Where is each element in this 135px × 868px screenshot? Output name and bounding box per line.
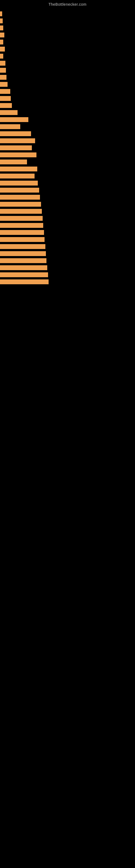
- bar-fill: Bottleneck result: [0, 209, 42, 214]
- bar-label: Bottleneck result: [0, 280, 23, 284]
- bar-fill: B: [0, 54, 3, 59]
- bar-label: Bottl: [0, 104, 7, 107]
- bar-label: Bo: [0, 62, 5, 65]
- bar-fill: Bottlenec: [0, 110, 17, 115]
- bar-fill: Bottl: [0, 103, 12, 108]
- bar-label: Bottleneck result: [0, 196, 23, 199]
- bar-fill: Bottleneck result: [0, 202, 41, 207]
- bar-row: Bottleneck: [0, 123, 135, 130]
- bar-row: Bottleneck result: [0, 187, 135, 194]
- bar-fill: Bottleneck result: [0, 279, 49, 284]
- bar-fill: Bottl: [0, 96, 11, 101]
- bar-fill: Bottleneck resu: [0, 131, 31, 136]
- bar-label: Bottleneck: [0, 125, 15, 129]
- bar-label: Bottleneck res: [0, 118, 20, 122]
- bar-row: Bot: [0, 81, 135, 88]
- bar-fill: Bo: [0, 68, 6, 73]
- bar-fill: Bottleneck result: [0, 251, 46, 256]
- bar-fill: Bottleneck result: [0, 195, 40, 199]
- bar-row: Bottleneck result: [0, 229, 135, 236]
- bar-label: Bottleneck result: [0, 203, 23, 206]
- bar-label: Bottleneck result: [0, 182, 23, 185]
- bar-row: Bottleneck result: [0, 236, 135, 243]
- bars-container: BBBoBBoBBoBoBoBotBottlBottlBottlBottlene…: [0, 8, 135, 285]
- bar-row: Bo: [0, 60, 135, 67]
- bar-row: Bottleneck resu: [0, 144, 135, 151]
- bar-fill: Bot: [0, 82, 8, 87]
- bar-label: Bo: [0, 69, 5, 72]
- bar-row: Bo: [0, 45, 135, 53]
- bar-fill: Bottleneck result: [0, 152, 37, 157]
- bar-fill: Bo: [0, 46, 5, 52]
- bar-label: B: [0, 55, 3, 58]
- bar-row: Bottleneck result: [0, 257, 135, 264]
- bar-row: Bottleneck result: [0, 201, 135, 208]
- bar-row: Bottleneck re: [0, 158, 135, 165]
- bar-row: Bottleneck result: [0, 215, 135, 222]
- bar-row: Bo: [0, 74, 135, 81]
- bar-fill: Bottleneck result: [0, 216, 43, 221]
- bar-row: Bottleneck result: [0, 222, 135, 229]
- bar-fill: Bottleneck result: [0, 272, 48, 277]
- bar-label: Bottleneck result: [0, 231, 23, 235]
- bar-fill: Bottleneck result: [0, 230, 44, 235]
- bar-row: Bottleneck result: [0, 165, 135, 173]
- bar-fill: Bo: [0, 61, 5, 66]
- bar-label: B: [0, 41, 3, 44]
- bar-row: B: [0, 38, 135, 45]
- bar-row: Bottleneck result: [0, 278, 135, 285]
- bar-label: Bo: [0, 34, 5, 37]
- bar-row: Bottleneck res: [0, 116, 135, 123]
- bar-row: B: [0, 18, 135, 24]
- bar-label: Bottleneck result: [0, 267, 23, 270]
- bar-row: Bottleneck result: [0, 208, 135, 215]
- bar-row: B: [0, 53, 135, 60]
- bar-row: Bottlenec: [0, 109, 135, 116]
- bar-row: Bo: [0, 31, 135, 38]
- bar-row: Bo: [0, 67, 135, 74]
- bar-label: Bottleneck result: [0, 189, 23, 192]
- bar-fill: Bo: [0, 75, 6, 80]
- bar-label: Bottl: [0, 90, 7, 93]
- bar-row: Bottl: [0, 102, 135, 109]
- bar-label: Bot: [0, 83, 6, 86]
- bar-label: Bo: [0, 48, 5, 51]
- bar-fill: Bottleneck result: [0, 244, 45, 249]
- bar-label: Bottleneck result: [0, 273, 23, 277]
- bar-row: Bottleneck result: [0, 151, 135, 158]
- bar-fill: Bottleneck result: [0, 188, 39, 193]
- bar-label: B: [0, 20, 3, 23]
- bar-fill: Bottleneck re: [0, 159, 27, 164]
- bar-label: Bottleneck resu: [0, 147, 21, 150]
- bar-fill: B: [0, 40, 3, 44]
- bar-fill: Bottleneck result: [0, 138, 35, 143]
- bar-fill: Bottleneck res: [0, 117, 28, 122]
- site-title: TheBottlenecker.com: [0, 0, 135, 8]
- bar-fill: Bottleneck result: [0, 166, 37, 172]
- bar-label: Bottlenec: [0, 111, 13, 115]
- bar-label: Bottleneck result: [0, 140, 23, 143]
- bar-row: B: [0, 24, 135, 31]
- bar-label: Bottleneck result: [0, 167, 23, 171]
- bar-fill: Bottl: [0, 89, 10, 94]
- bar-label: Bottleneck result: [0, 252, 23, 255]
- bar-label: Bottleneck result: [0, 217, 23, 220]
- bar-label: Bo: [0, 76, 5, 79]
- bar-row: Bottleneck result: [0, 250, 135, 257]
- bar-fill: Bottleneck result: [0, 237, 45, 242]
- bar-row: Bottleneck result: [0, 137, 135, 144]
- bar-row: Bottl: [0, 88, 135, 95]
- bar-label: Bottleneck result: [0, 224, 23, 227]
- bar-label: Bottleneck result: [0, 154, 23, 157]
- bar-row: [0, 10, 135, 18]
- bar-label: Bottleneck result: [0, 238, 23, 241]
- bar-label: Bottleneck result: [0, 259, 23, 262]
- bar-row: Bottl: [0, 95, 135, 102]
- bar-label: B: [0, 27, 3, 30]
- bar-fill: Bottleneck: [0, 124, 20, 129]
- bar-row: Bottleneck resul: [0, 173, 135, 180]
- bar-label: Bottleneck result: [0, 210, 23, 213]
- bar-fill: Bottleneck resu: [0, 145, 32, 150]
- bar-fill: Bottleneck result: [0, 223, 43, 228]
- bar-fill: Bottleneck result: [0, 258, 46, 263]
